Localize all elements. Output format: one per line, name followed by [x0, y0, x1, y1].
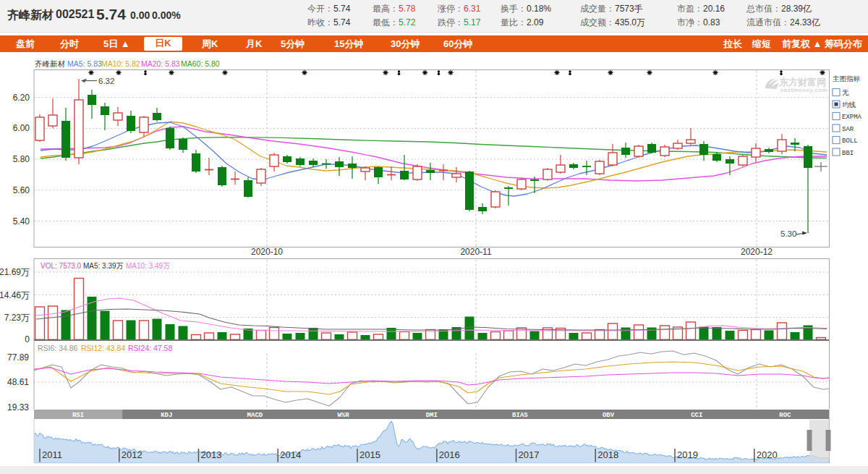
svg-text:2017: 2017	[519, 449, 540, 460]
svg-text:2018: 2018	[597, 449, 618, 460]
svg-text:2020-10: 2020-10	[251, 247, 283, 257]
svg-text:MACD: MACD	[247, 412, 263, 419]
svg-text:RSI12: 43.84: RSI12: 43.84	[81, 344, 125, 352]
svg-text:MA10: 3.49万: MA10: 3.49万	[126, 262, 170, 270]
svg-text:5.80: 5.80	[13, 154, 30, 164]
svg-text:BBI: BBI	[842, 150, 854, 157]
svg-text:5.30: 5.30	[780, 229, 796, 238]
svg-text:MA5: 5.83: MA5: 5.83	[67, 59, 102, 68]
svg-text:2020: 2020	[757, 449, 778, 460]
svg-text:无: 无	[842, 88, 849, 96]
svg-text:齐峰新材: 齐峰新材	[35, 59, 66, 68]
svg-text:OBV: OBV	[603, 412, 615, 419]
svg-text:RSI24: 47.58: RSI24: 47.58	[128, 344, 172, 352]
svg-text:均线: 均线	[842, 101, 856, 109]
svg-text:48.61: 48.61	[7, 377, 29, 387]
svg-text:KDJ: KDJ	[161, 412, 172, 419]
svg-text:ROC: ROC	[779, 412, 791, 419]
svg-text:MA5: 3.39万: MA5: 3.39万	[83, 262, 124, 270]
svg-text:VOL: 7573.0: VOL: 7573.0	[41, 262, 82, 270]
svg-text:BIAS: BIAS	[512, 412, 528, 419]
svg-text:MA20: 5.83: MA20: 5.83	[141, 59, 180, 68]
svg-text:2020-12: 2020-12	[741, 247, 773, 257]
svg-text:6.00: 6.00	[13, 123, 30, 133]
svg-text:2014: 2014	[280, 449, 301, 460]
svg-text:主图指标: 主图指标	[833, 75, 861, 82]
svg-text:BOLL: BOLL	[842, 137, 858, 145]
svg-text:5.40: 5.40	[13, 216, 30, 227]
svg-text:77.89: 77.89	[7, 352, 29, 363]
svg-text:RSI6: 34.86: RSI6: 34.86	[38, 344, 78, 352]
svg-text:MA10: 5.82: MA10: 5.82	[101, 59, 140, 68]
svg-text:2012: 2012	[122, 449, 142, 460]
svg-text:RSI: RSI	[72, 412, 84, 419]
svg-text:7.23万: 7.23万	[4, 313, 30, 323]
svg-text:0: 0	[25, 334, 30, 344]
svg-text:eastmoney.com: eastmoney.com	[780, 87, 827, 93]
svg-text:2016: 2016	[439, 449, 460, 460]
svg-text:2020-11: 2020-11	[460, 247, 491, 257]
svg-text:2011: 2011	[42, 449, 62, 460]
svg-text:14.46万: 14.46万	[0, 290, 30, 300]
svg-text:SAR: SAR	[842, 126, 854, 133]
svg-text:CCI: CCI	[691, 412, 702, 419]
svg-text:2013: 2013	[201, 449, 222, 460]
svg-text:6.32: 6.32	[98, 77, 114, 85]
svg-text:6.20: 6.20	[13, 93, 30, 103]
svg-text:DMI: DMI	[426, 412, 438, 419]
svg-text:5.60: 5.60	[13, 185, 30, 195]
svg-text:2015: 2015	[359, 449, 380, 460]
svg-text:19.33: 19.33	[7, 402, 29, 412]
svg-text:W%R: W%R	[337, 412, 349, 419]
svg-text:2019: 2019	[677, 449, 698, 460]
svg-text:21.69万: 21.69万	[0, 267, 30, 277]
svg-text:MA60: 5.80: MA60: 5.80	[181, 59, 220, 68]
svg-text:EXPMA: EXPMA	[842, 114, 862, 121]
